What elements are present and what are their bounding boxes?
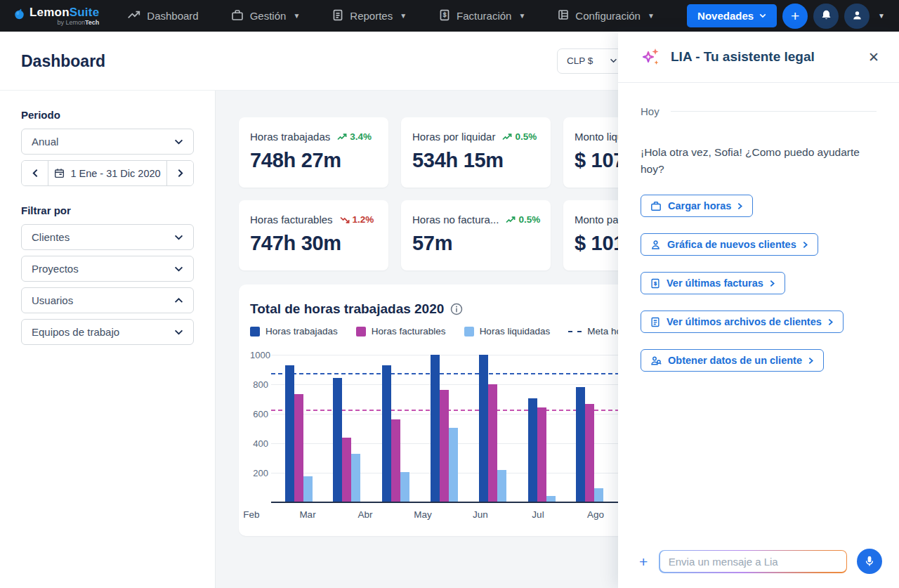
chevron-down-icon (174, 329, 183, 335)
bar-group[interactable] (479, 355, 506, 502)
chevron-up-icon (174, 298, 183, 303)
bar-horas-trabajadas[interactable] (333, 378, 342, 502)
legend-swatch (356, 327, 366, 337)
bar-horas-liquidadas[interactable] (449, 428, 458, 502)
date-next-button[interactable] (166, 161, 193, 185)
x-axis-tick: Jul (532, 509, 544, 520)
trend-down-icon (340, 216, 350, 223)
trend-up-badge: 0.5% (506, 214, 540, 225)
chevron-down-icon (174, 139, 183, 145)
user-menu-caret-icon[interactable]: ▼ (878, 12, 885, 20)
legend-item: Horas facturables (356, 326, 446, 337)
chevron-right-icon (178, 169, 183, 178)
x-axis-tick: Abr (357, 509, 372, 520)
action-cargar-horas[interactable]: Cargar horas (641, 195, 753, 217)
filtrar-por-label: Filtrar por (21, 204, 194, 216)
brand-logo[interactable]: LemonSuite by LemonTech (14, 6, 99, 26)
chevron-right-icon (770, 280, 775, 287)
chevron-down-icon (759, 13, 766, 18)
bar-group[interactable] (576, 387, 603, 502)
filter-clientes[interactable]: Clientes (21, 224, 194, 250)
periodo-select[interactable]: Anual (21, 129, 194, 155)
lia-composer: + (618, 539, 899, 588)
notifications-button[interactable] (813, 4, 839, 29)
bar-horas-trabajadas[interactable] (479, 355, 488, 502)
novedades-button[interactable]: Novedades (687, 4, 777, 27)
bar-horas-liquidadas[interactable] (400, 472, 409, 502)
chevron-left-icon (32, 169, 38, 178)
bar-group[interactable] (333, 378, 360, 502)
date-range-button[interactable]: 1 Ene - 31 Dic 2020 (48, 161, 166, 185)
main-navigation: Dashboard Gestión ▼ Reportes ▼ $ Factura… (127, 9, 655, 23)
briefcase-icon (650, 201, 662, 211)
kpi-value: 747h 30m (250, 232, 377, 255)
trend-up-icon (127, 9, 140, 22)
page-title: Dashboard (21, 51, 105, 70)
action-ver-ultimos-archivos[interactable]: Ver últimos archivos de clientes (641, 311, 844, 333)
bar-horas-trabajadas[interactable] (431, 355, 440, 502)
today-divider: Hoy (641, 105, 877, 117)
lia-assistant-panel: LIA - Tu asistente legal ✕ Hoy ¡Hola otr… (618, 32, 899, 588)
bar-horas-facturables[interactable] (391, 419, 400, 502)
add-button[interactable]: + (782, 4, 808, 29)
currency-select[interactable]: CLP $ (557, 48, 627, 74)
filter-proyectos[interactable]: Proyectos (21, 256, 194, 282)
bar-group[interactable] (285, 365, 313, 502)
chevron-down-icon: ▼ (293, 12, 300, 20)
bar-horas-trabajadas[interactable] (382, 365, 391, 502)
grid-list-icon (558, 9, 569, 22)
bar-horas-liquidadas[interactable] (303, 476, 313, 502)
user-menu-button[interactable] (844, 4, 870, 29)
bar-horas-facturables[interactable] (294, 394, 303, 502)
lia-message-input[interactable] (660, 551, 846, 572)
app-window: LemonSuite by LemonTech Dashboard Gestió… (0, 0, 899, 588)
bar-horas-facturables[interactable] (488, 384, 497, 502)
attach-plus-button[interactable]: + (638, 553, 649, 570)
action-grafica-nuevos-clientes[interactable]: Gráfica de nuevos clientes (641, 233, 818, 256)
bar-horas-facturables[interactable] (585, 404, 594, 502)
x-axis-tick: Ago (587, 509, 604, 520)
nav-item-dashboard[interactable]: Dashboard (127, 9, 198, 22)
lia-conversation: Hoy ¡Hola otra vez, Sofia! ¿Como puedo a… (618, 83, 899, 539)
nav-item-facturacion[interactable]: $ Facturación ▼ (439, 9, 525, 23)
bar-horas-trabajadas[interactable] (528, 398, 537, 502)
top-navbar: LemonSuite by LemonTech Dashboard Gestió… (0, 0, 899, 32)
bar-horas-trabajadas[interactable] (285, 365, 294, 502)
bar-horas-liquidadas[interactable] (497, 470, 506, 502)
chevron-down-icon: ▼ (648, 12, 655, 20)
filter-equipos[interactable]: Equipos de trabajo (21, 319, 194, 345)
close-icon[interactable]: ✕ (865, 48, 882, 67)
bar-horas-facturables[interactable] (342, 438, 351, 502)
trend-down-badge: 1.2% (340, 214, 374, 225)
nav-item-reportes[interactable]: Reportes ▼ (332, 9, 407, 23)
trend-up-badge: 0.5% (502, 131, 537, 142)
y-axis-tick: 600 (250, 409, 268, 419)
bar-group[interactable] (528, 398, 556, 502)
microphone-button[interactable] (857, 549, 882, 574)
bar-horas-facturables[interactable] (537, 407, 546, 502)
filter-usuarios[interactable]: Usuarios (21, 287, 194, 313)
bar-horas-trabajadas[interactable] (576, 387, 585, 502)
y-axis-tick: 200 (250, 468, 268, 478)
bar-horas-liquidadas[interactable] (351, 454, 360, 502)
chevron-right-icon (803, 241, 808, 249)
action-obtener-datos-cliente[interactable]: Obtener datos de un cliente (641, 349, 824, 372)
chevron-right-icon (737, 202, 742, 210)
legend-dash-swatch (568, 331, 582, 332)
file-icon (650, 317, 660, 327)
bar-group[interactable] (431, 355, 458, 502)
bar-horas-liquidadas[interactable] (594, 488, 603, 502)
bar-horas-facturables[interactable] (440, 390, 449, 502)
bar-group[interactable] (382, 365, 409, 502)
svg-text:$: $ (654, 280, 657, 287)
kpi-value: 57m (412, 232, 539, 255)
action-ver-ultimas-facturas[interactable]: $ Ver últimas facturas (641, 272, 785, 294)
nav-item-configuracion[interactable]: Configuración ▼ (558, 9, 654, 22)
person-search-icon (650, 355, 662, 366)
bell-icon (820, 9, 832, 23)
brand-name: LemonSuite (29, 6, 99, 18)
nav-item-gestion[interactable]: Gestión ▼ (231, 9, 301, 23)
info-icon[interactable] (450, 303, 463, 315)
legend-swatch (464, 327, 474, 337)
date-prev-button[interactable] (22, 161, 48, 185)
